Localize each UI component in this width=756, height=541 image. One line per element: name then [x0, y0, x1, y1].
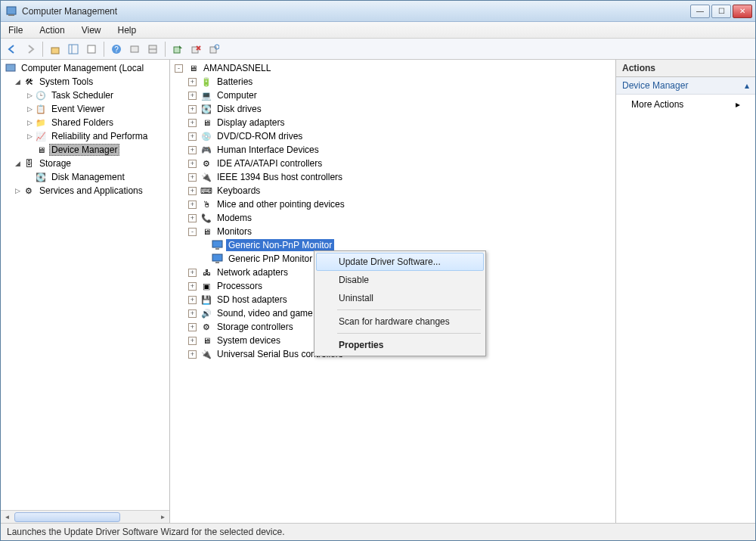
dev-computer[interactable]: +💻Computer — [185, 89, 614, 102]
plus-icon[interactable]: + — [188, 309, 197, 318]
minimize-button[interactable]: — — [690, 5, 710, 18]
scan-hardware-button[interactable] — [206, 41, 222, 58]
disk-icon: 💽 — [35, 171, 47, 183]
plus-icon[interactable]: + — [188, 337, 197, 345]
plus-icon[interactable]: + — [188, 323, 197, 331]
forward-button[interactable] — [22, 41, 39, 58]
dev-mice[interactable]: +🖱Mice and other pointing devices — [185, 197, 614, 211]
svg-rect-11 — [174, 47, 180, 53]
tree-device-manager[interactable]: 🖥Device Manager — [22, 143, 169, 157]
keyboard-icon: ⌨ — [200, 185, 212, 197]
maximize-button[interactable]: ☐ — [711, 5, 731, 18]
expander-icon[interactable]: ▷ — [13, 187, 22, 194]
minus-icon[interactable]: - — [188, 228, 197, 236]
expander-icon[interactable]: ◢ — [13, 160, 22, 167]
dev-label: Modems — [215, 212, 254, 224]
dev-batteries[interactable]: +🔋Batteries — [185, 75, 614, 89]
ctx-scan[interactable]: Scan for hardware changes — [316, 312, 484, 331]
plus-icon[interactable]: + — [188, 173, 197, 182]
tree-label: Shared Folders — [49, 117, 116, 129]
actions-sub-header[interactable]: Device Manager ▴ — [616, 77, 755, 95]
display-icon: 🖥 — [200, 117, 212, 129]
menu-file[interactable]: File — [5, 23, 26, 37]
tree-services[interactable]: ▷ ⚙ Services and Applications — [10, 184, 169, 197]
tree-system-tools[interactable]: ◢ 🛠 System Tools — [10, 75, 169, 89]
back-button[interactable] — [4, 41, 20, 58]
plus-icon[interactable]: + — [188, 78, 197, 86]
left-hscroll[interactable]: ◄ ► — [1, 510, 169, 523]
tree-root[interactable]: Computer Management (Local — [1, 61, 169, 75]
plus-icon[interactable]: + — [188, 132, 197, 141]
plus-icon[interactable]: + — [188, 214, 197, 222]
plus-icon[interactable]: + — [188, 119, 197, 127]
expander-icon[interactable]: ▷ — [25, 119, 34, 126]
tree-disk-mgmt[interactable]: 💽Disk Management — [22, 170, 169, 184]
dev-1394[interactable]: +🔌IEEE 1394 Bus host controllers — [185, 170, 614, 184]
dev-hid[interactable]: +🎮Human Interface Devices — [185, 143, 614, 157]
expander-icon[interactable]: ▷ — [25, 132, 34, 140]
dev-display[interactable]: +🖥Display adapters — [185, 116, 614, 129]
tree-reliability[interactable]: ▷📈Reliability and Performa — [22, 129, 169, 143]
dev-ide[interactable]: +⚙IDE ATA/ATAPI controllers — [185, 157, 614, 170]
uninstall-button[interactable] — [187, 41, 204, 58]
scroll-right-icon[interactable]: ► — [156, 511, 169, 524]
ctx-properties[interactable]: Properties — [316, 336, 484, 354]
properties-button[interactable] — [83, 41, 100, 58]
up-button[interactable] — [47, 41, 64, 58]
plus-icon[interactable]: + — [188, 146, 197, 154]
modem-icon: 📞 — [200, 212, 212, 224]
show-tree-button[interactable] — [65, 41, 82, 58]
ctx-disable[interactable]: Disable — [316, 271, 484, 289]
dev-dvd[interactable]: +💿DVD/CD-ROM drives — [185, 129, 614, 143]
view-resources-button[interactable] — [144, 41, 161, 58]
dev-disk-drives[interactable]: +💽Disk drives — [185, 102, 614, 116]
ctx-uninstall[interactable]: Uninstall — [316, 289, 484, 307]
dev-label: Human Interface Devices — [215, 144, 321, 156]
left-tree[interactable]: Computer Management (Local ◢ 🛠 System To… — [1, 60, 169, 510]
plus-icon[interactable]: + — [188, 282, 197, 291]
plus-icon[interactable]: + — [188, 201, 197, 209]
dev-label: DVD/CD-ROM drives — [215, 130, 305, 142]
network-icon: 🖧 — [200, 266, 212, 278]
tree-event-viewer[interactable]: ▷📋Event Viewer — [22, 102, 169, 116]
dev-root[interactable]: - 🖥 AMANDASNELL — [172, 61, 614, 75]
status-text: Launches the Update Driver Software Wiza… — [7, 527, 285, 537]
minus-icon[interactable]: - — [175, 64, 183, 73]
close-button[interactable]: ✕ — [733, 5, 752, 18]
tree-task-scheduler[interactable]: ▷🕒Task Scheduler — [22, 89, 169, 102]
expander-icon[interactable]: ▷ — [25, 105, 34, 113]
tree-label: Reliability and Performa — [49, 130, 150, 142]
expander-icon[interactable]: ▷ — [25, 92, 34, 99]
plus-icon[interactable]: + — [188, 160, 197, 168]
menu-view[interactable]: View — [79, 23, 104, 37]
scroll-left-icon[interactable]: ◄ — [1, 511, 14, 524]
menu-action[interactable]: Action — [36, 23, 67, 37]
ctx-separator — [337, 333, 481, 334]
dev-keyboards[interactable]: +⌨Keyboards — [185, 184, 614, 197]
ctx-label: Scan for hardware changes — [339, 316, 450, 327]
update-driver-button[interactable] — [169, 41, 186, 58]
ctx-update-driver[interactable]: Update Driver Software... — [316, 253, 484, 271]
svg-rect-0 — [7, 7, 16, 14]
view-devices-button[interactable] — [126, 41, 143, 58]
help-button[interactable]: ? — [108, 41, 125, 58]
monitor-icon — [212, 239, 224, 251]
plus-icon[interactable]: + — [188, 296, 197, 304]
actions-more[interactable]: More Actions ▸ — [616, 95, 755, 114]
plus-icon[interactable]: + — [188, 92, 197, 100]
tree-shared-folders[interactable]: ▷📁Shared Folders — [22, 116, 169, 129]
menu-help[interactable]: Help — [115, 23, 140, 37]
ctx-label: Uninstall — [339, 293, 373, 303]
plus-icon[interactable]: + — [188, 187, 197, 195]
dev-label: Disk drives — [215, 103, 264, 115]
firewire-icon: 🔌 — [200, 171, 212, 183]
scroll-thumb[interactable] — [14, 512, 120, 522]
chevron-right-icon: ▸ — [736, 99, 740, 110]
plus-icon[interactable]: + — [188, 105, 197, 113]
expander-icon[interactable]: ◢ — [13, 78, 22, 86]
plus-icon[interactable]: + — [188, 269, 197, 277]
plus-icon[interactable]: + — [188, 350, 197, 359]
tree-storage[interactable]: ◢ 🗄 Storage — [10, 157, 169, 170]
dev-monitors[interactable]: -🖥Monitors — [185, 225, 614, 238]
dev-modems[interactable]: +📞Modems — [185, 211, 614, 225]
